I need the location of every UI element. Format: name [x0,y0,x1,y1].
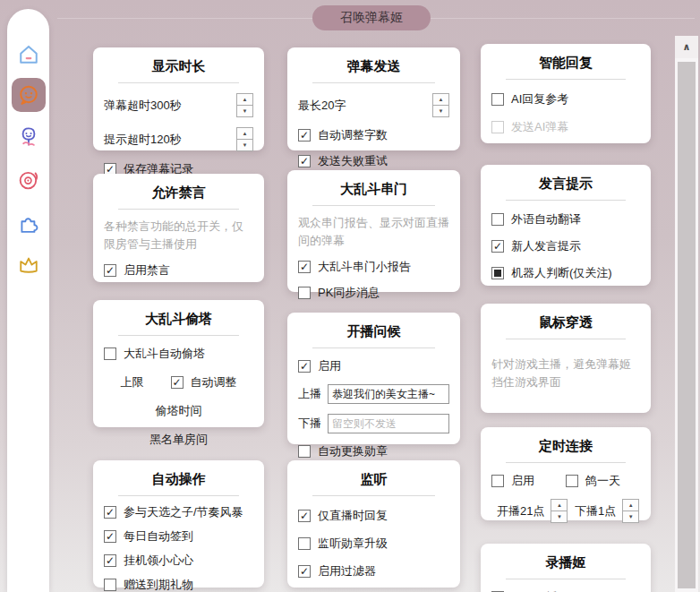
card-title: 定时连接 [491,435,640,462]
chat-smiley-icon [16,82,41,107]
checkbox-label: 监听勋章升级 [318,536,388,552]
checkbox-translate[interactable]: 外语自动翻译 [491,211,640,227]
summon-danmaku-button[interactable]: 召唤弹幕姬 [312,5,431,30]
checkbox-live-only[interactable]: 仅直播时回复 [298,508,449,524]
checkbox-enable-mute[interactable]: 启用禁言 [104,262,253,279]
checkbox[interactable] [298,287,311,299]
checkbox[interactable] [298,537,311,550]
checkbox-auto-adjust[interactable]: 自动调整 [171,374,237,390]
end-time-stepper[interactable]: ▲▼ [622,499,639,523]
checkbox-robot-detect[interactable]: 机器人判断(仅关注) [491,265,640,281]
stepper-down-icon[interactable]: ▼ [623,511,638,522]
title-divider [312,347,435,348]
sidebar-item-flower[interactable] [15,124,42,150]
stepper-up-icon[interactable]: ▲ [433,94,448,106]
checkbox[interactable] [104,506,116,519]
stepper-down-icon[interactable]: ▼ [237,106,252,116]
checkbox[interactable] [104,579,116,591]
checkbox-label: 鸽一天 [585,473,620,489]
scrollbar-thumb[interactable] [678,62,696,588]
checkbox-lottery[interactable]: 参与天选之子/节奏风暴 [104,504,253,520]
stepper-up-icon[interactable]: ▲ [623,500,638,511]
stepper-row: 弹幕超时300秒 ▲▼ [104,93,253,117]
checkbox-auto-adjust-length[interactable]: 自动调整字数 [298,127,449,143]
checkbox-gifts[interactable]: 赠送到期礼物 [104,577,253,592]
checkbox[interactable] [491,475,504,487]
checkbox[interactable] [298,261,311,273]
checkbox[interactable] [104,347,116,360]
checkbox-send-ai[interactable]: 发送AI弹幕 [491,119,640,135]
card-title: 录播姬 [491,552,640,579]
checkbox[interactable] [171,376,184,389]
enable-row: 启用 鸽一天 [491,473,640,489]
checkbox-label: 每日自动签到 [124,528,193,545]
checkbox-pk-report[interactable]: 大乱斗串门小报告 [298,259,449,275]
checkbox-auto-medal[interactable]: 自动更换勋章 [298,443,449,459]
title-divider [312,495,435,496]
card-title: 开播问候 [298,321,449,347]
title-divider [312,82,435,83]
checkbox[interactable] [104,264,116,277]
checkbox[interactable] [298,155,311,167]
hint-timeout-stepper[interactable]: ▲▼ [236,127,253,151]
stepper-down-icon[interactable]: ▼ [237,140,252,150]
checkbox-filter[interactable]: 启用过滤器 [298,563,449,579]
sidebar-item-danmaku-selected[interactable] [12,78,46,112]
checkbox[interactable] [104,554,116,567]
checkbox-greeting-enable[interactable]: 启用 [298,358,449,374]
checkbox-skip-day[interactable]: 鸽一天 [566,473,640,489]
checkbox[interactable] [298,360,311,373]
checkbox-ai-reference[interactable]: AI回复参考 [491,91,640,107]
checkbox[interactable] [298,129,311,142]
checkbox[interactable] [104,530,116,543]
time-row: 开播21点 ▲▼ 下播1点 ▲▼ [491,499,640,523]
checkbox[interactable] [566,475,578,487]
blacklist-link[interactable]: 黑名单房间 [104,432,253,448]
checkbox[interactable] [298,510,311,522]
online-label: 上播 [298,386,321,402]
checkbox[interactable] [491,121,504,133]
sidebar-item-plugin[interactable] [15,210,42,236]
danmaku-timeout-stepper[interactable]: ▲▼ [236,93,253,117]
card-allow-mute: 允许禁言 各种禁言功能的总开关，仅限房管与主播使用 启用禁言 [93,174,264,282]
card-danmaku-send: 弹幕发送 最长20字 ▲▼ 自动调整字数 发送失败重试 [287,47,460,150]
sidebar-item-home[interactable] [15,41,42,68]
checkbox-label: 仅直播时回复 [318,508,388,524]
title-divider [506,339,626,339]
offline-greeting-input[interactable] [328,414,449,433]
sidebar-item-music[interactable] [15,167,42,193]
max-length-stepper[interactable]: ▲▼ [432,93,449,117]
card-title: 大乱斗偷塔 [104,308,253,335]
checkbox-medal-upgrade[interactable]: 监听勋章升级 [298,536,449,552]
checkbox-retry[interactable]: 发送失败重试 [298,153,449,169]
checkbox-label: 大乱斗自动偷塔 [124,346,205,362]
checkbox-auto-steal[interactable]: 大乱斗自动偷塔 [104,346,253,362]
card-speech-tips: 发言提示 外语自动翻译 新人发言提示 机器人判断(仅关注) [481,165,651,286]
stepper-up-icon[interactable]: ▲ [551,500,567,511]
checkbox[interactable] [298,565,311,578]
stepper-down-icon[interactable]: ▼ [433,106,448,116]
checkbox[interactable] [491,93,504,106]
scroll-up-icon[interactable]: ∧ [675,36,698,58]
checkbox[interactable] [298,445,311,458]
card-mouse-through: 鼠标穿透 针对游戏主播，避免弹幕姬挡住游戏界面 [481,304,651,413]
stepper-up-icon[interactable]: ▲ [237,94,252,106]
stepper-row: 最长20字 ▲▼ [298,93,449,117]
checkbox[interactable] [491,267,504,279]
checkbox[interactable] [491,213,504,226]
stepper-down-icon[interactable]: ▼ [551,511,567,522]
stepper-up-icon[interactable]: ▲ [237,128,252,140]
checkbox-sign[interactable]: 每日自动签到 [104,528,253,545]
steal-time-link[interactable]: 偷塔时间 [104,403,253,419]
title-divider [118,495,239,496]
checkbox-pk-sync[interactable]: PK同步消息 [298,285,449,301]
scrollbar[interactable]: ∧ [675,36,698,592]
checkbox[interactable] [491,240,504,253]
online-greeting-input[interactable] [328,384,449,404]
checkbox-newcomer[interactable]: 新人发言提示 [491,238,640,254]
card-pk-tower: 大乱斗偷塔 大乱斗自动偷塔 上限 自动调整 偷塔时间 黑名单房间 [93,300,264,427]
title-divider [312,205,435,206]
checkbox-schedule-enable[interactable]: 启用 [491,473,566,489]
sidebar-item-vip[interactable] [15,251,42,278]
checkbox-hearts[interactable]: 挂机领小心心 [104,553,253,569]
